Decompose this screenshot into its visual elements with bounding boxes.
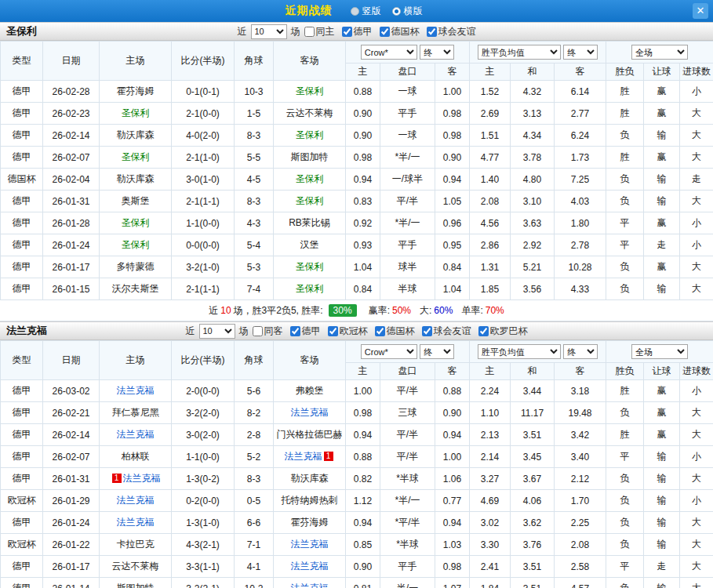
- league-filter-list: 同主德甲德国杯球会友谊: [304, 25, 476, 38]
- odds-final-select[interactable]: 终: [563, 344, 598, 359]
- result-win-draw-lose: 负: [606, 191, 644, 212]
- filter-checkbox[interactable]: 球会友谊: [427, 25, 476, 38]
- filter-checkbox-input[interactable]: [328, 326, 338, 336]
- radio-icon-horizontal[interactable]: [392, 7, 401, 16]
- odds-draw: 3.45: [511, 446, 555, 468]
- corner-score: 5-5: [235, 147, 274, 169]
- result-handicap: 赢: [644, 402, 680, 424]
- odds-away: 3.42: [555, 424, 606, 446]
- summary-record: 场，胜3平2负5, 胜率:: [234, 304, 323, 318]
- result-win-draw-lose: 负: [606, 169, 644, 191]
- league-type-cell: 德甲: [1, 380, 43, 402]
- filter-checkbox-input[interactable]: [304, 27, 315, 37]
- home-water-odds: 0.82: [346, 468, 380, 490]
- home-water-odds: 0.88: [346, 81, 380, 103]
- match-count-select[interactable]: 10: [251, 24, 287, 39]
- filter-checkbox[interactable]: 欧冠杯: [328, 325, 368, 338]
- handicap-line: 半/一: [380, 578, 435, 588]
- match-score: 2-0(0-0): [172, 380, 235, 402]
- match-date: 26-02-04: [43, 169, 100, 191]
- filter-checkbox[interactable]: 球会友谊: [422, 325, 471, 338]
- odds-draw: 3.51: [511, 424, 555, 446]
- away-team-name: 霍芬海姆: [291, 517, 329, 528]
- home-team: 奥斯堡: [100, 191, 172, 212]
- red-card-badge: 1: [112, 474, 122, 483]
- corner-score: 8-3: [235, 468, 274, 490]
- filter-checkbox-input[interactable]: [422, 326, 432, 336]
- close-icon[interactable]: ✕: [693, 3, 708, 19]
- summary-near: 近: [209, 304, 218, 318]
- home-team-name: 圣保利: [122, 107, 150, 118]
- home-team: 圣保利: [100, 147, 172, 169]
- handicap-final-select[interactable]: 终: [420, 45, 454, 60]
- result-win-draw-lose: 负: [606, 278, 644, 300]
- filter-checkbox[interactable]: 德甲: [290, 325, 321, 338]
- col-result-goals: 进球数: [680, 64, 713, 81]
- result-win-draw-lose: 负: [606, 125, 644, 147]
- corner-score: 2-8: [235, 424, 274, 446]
- filter-checkbox-input[interactable]: [342, 27, 352, 37]
- radio-icon-vertical[interactable]: [351, 7, 359, 16]
- odds-home: 2.86: [470, 234, 511, 256]
- result-goals: 大: [680, 125, 713, 147]
- red-card-badge: 1: [324, 452, 333, 461]
- odds-final-select[interactable]: 终: [563, 45, 598, 60]
- league-type-cell: 德甲: [1, 212, 43, 234]
- match-date: 26-03-02: [43, 380, 100, 402]
- col-result-handicap: 让球: [644, 363, 680, 380]
- match-row: 德甲26-01-15沃尔夫斯堡2-1(1-1)7-4圣保利0.84半球1.041…: [1, 278, 713, 300]
- filter-checkbox-input[interactable]: [253, 326, 263, 336]
- match-row: 德甲26-02-21拜仁慕尼黑3-2(2-0)8-2法兰克福0.98三球0.90…: [1, 402, 713, 424]
- handicap-line: 平手: [380, 103, 435, 125]
- away-team-name: 法兰克福: [285, 451, 322, 462]
- filter-checkbox-input[interactable]: [380, 27, 390, 37]
- filter-checkbox-input[interactable]: [427, 27, 437, 37]
- odds-away: 19.48: [555, 402, 606, 424]
- match-date: 26-02-23: [43, 103, 100, 125]
- filter-checkbox-label: 同主: [316, 25, 335, 38]
- away-team: 圣保利: [274, 256, 346, 278]
- handicap-final-select[interactable]: 终: [420, 344, 454, 359]
- bookmaker-select[interactable]: Crow*: [361, 45, 417, 60]
- filter-checkbox[interactable]: 德甲: [342, 25, 373, 38]
- filter-checkbox[interactable]: 同客: [253, 325, 283, 338]
- fullmatch-select[interactable]: 全场: [631, 344, 688, 359]
- odds-home: 1.84: [470, 578, 511, 588]
- filter-checkbox[interactable]: 德国杯: [380, 25, 420, 38]
- filter-checkbox-input[interactable]: [375, 326, 385, 336]
- fullmatch-select[interactable]: 全场: [631, 45, 688, 60]
- away-team: 法兰克福: [274, 534, 346, 556]
- home-water-odds: 0.90: [346, 125, 380, 147]
- bookmaker-select[interactable]: Crow*: [361, 344, 417, 359]
- odds-away: 2.12: [555, 468, 606, 490]
- result-handicap: 输: [644, 512, 680, 534]
- away-team-name: 斯图加特: [291, 151, 329, 162]
- filter-checkbox-input[interactable]: [478, 326, 489, 336]
- col-date: 日期: [43, 42, 100, 81]
- away-water-odds: 1.03: [435, 534, 470, 556]
- odds-average-select[interactable]: 胜平负均值: [478, 344, 561, 359]
- team-name: 圣保利: [6, 24, 37, 38]
- filter-checkbox[interactable]: 欧罗巴杯: [478, 325, 528, 338]
- odds-away: 1.73: [555, 147, 606, 169]
- match-score: 0-2(0-0): [172, 490, 235, 512]
- filter-checkbox-input[interactable]: [290, 326, 300, 336]
- match-score: 3-2(2-1): [172, 578, 235, 588]
- layout-radio-vertical[interactable]: 竖版: [351, 5, 381, 18]
- handicap-line: *半/一: [380, 490, 435, 512]
- home-water-odds: 0.94: [346, 169, 380, 191]
- filter-checkbox[interactable]: 同主: [304, 25, 335, 38]
- home-team-name: 云达不莱梅: [112, 561, 159, 572]
- col-handicap-home-water: 主: [346, 64, 380, 81]
- layout-radio-horizontal[interactable]: 横版: [392, 5, 423, 18]
- filter-checkbox[interactable]: 德国杯: [375, 325, 415, 338]
- league-type-cell: 德甲: [1, 402, 43, 424]
- corner-score: 1-5: [235, 103, 274, 125]
- odds-draw: 3.76: [511, 534, 555, 556]
- home-team-name: 多特蒙德: [117, 261, 155, 272]
- odds-average-select[interactable]: 胜平负均值: [478, 45, 561, 60]
- match-count-select[interactable]: 10: [199, 324, 235, 339]
- home-team: 法兰克福: [100, 490, 172, 512]
- league-type-cell: 德甲: [1, 446, 43, 468]
- league-type-cell: 德甲: [1, 125, 43, 147]
